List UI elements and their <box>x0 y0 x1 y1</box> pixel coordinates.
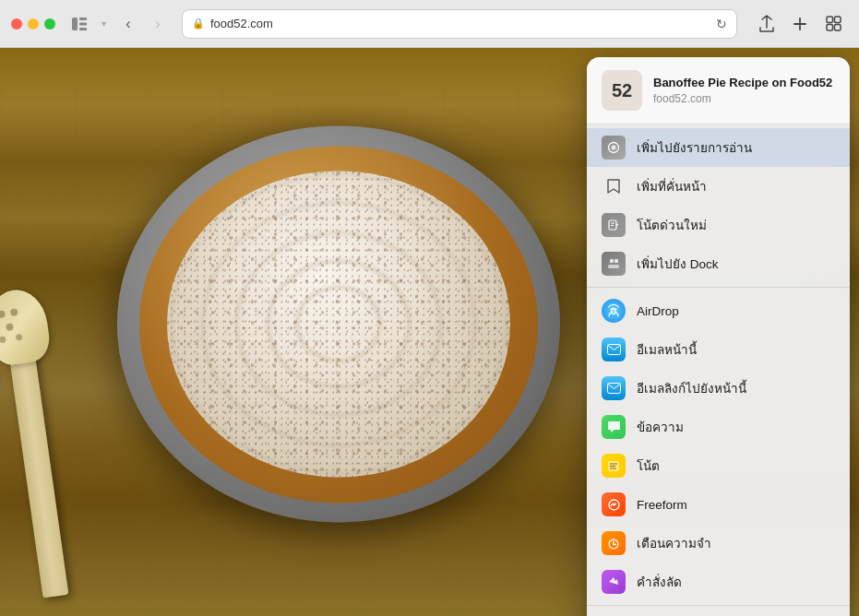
share-button[interactable] <box>752 9 781 39</box>
content-area: 52 Banoffee Pie Recipe on Food52 food52.… <box>0 48 859 616</box>
menu-item-email-page[interactable]: อีเมลหน้านี้ <box>587 330 850 369</box>
svg-rect-3 <box>79 28 87 30</box>
page-image: 52 Banoffee Pie Recipe on Food52 food52.… <box>0 48 859 616</box>
reload-button[interactable]: ↻ <box>716 17 727 31</box>
add-dock-icon <box>602 252 626 276</box>
menu-item-add-dock[interactable]: เพิ่มไปยัง Dock <box>587 244 850 283</box>
forward-button[interactable]: › <box>145 11 171 37</box>
new-tab-button[interactable] <box>785 9 815 39</box>
sidebar-toggle-button[interactable] <box>66 11 92 37</box>
quick-note-label: โน้ตด่วนใหม่ <box>637 215 835 235</box>
menu-item-edit-extensions[interactable]: แก้ไขส่วนขยาย... <box>587 610 850 616</box>
shortcuts-icon <box>602 570 626 594</box>
messages-icon <box>602 415 626 439</box>
svg-point-11 <box>612 146 616 150</box>
notes-label: โน้ต <box>637 456 835 476</box>
email-page-label: อีเมลหน้านี้ <box>637 339 835 360</box>
svg-rect-2 <box>79 22 87 25</box>
lock-icon: 🔒 <box>192 18 205 30</box>
browser-toolbar: ▾ ‹ › 🔒 food52.com ↻ <box>0 0 859 48</box>
svg-rect-1 <box>79 18 87 20</box>
notes-icon <box>602 454 626 478</box>
menu-item-airdrop[interactable]: AirDrop <box>587 291 850 330</box>
svg-rect-17 <box>614 259 618 263</box>
address-bar[interactable]: 🔒 food52.com ↻ <box>182 9 737 39</box>
site-favicon: 52 <box>602 70 642 111</box>
freeform-icon <box>602 492 626 516</box>
menu-divider-2 <box>587 605 850 606</box>
reminders-icon <box>602 531 626 555</box>
menu-item-reading-list[interactable]: เพิ่มไปยังรายการอ่าน <box>587 128 850 167</box>
email-link-icon <box>602 376 626 400</box>
url-text: food52.com <box>210 17 273 30</box>
popup-site-info: Banoffee Pie Recipe on Food52 food52.com <box>653 76 835 106</box>
popup-menu: เพิ่มไปยังรายการอ่าน เพิ่มที่คั่นหน้า <box>587 124 850 616</box>
svg-rect-6 <box>827 17 833 23</box>
quick-note-icon <box>602 213 626 237</box>
popup-header: 52 Banoffee Pie Recipe on Food52 food52.… <box>587 57 850 124</box>
menu-item-email-link[interactable]: อีเมลลิงก์ไปยังหน้านี้ <box>587 369 850 408</box>
toolbar-right <box>752 9 848 39</box>
share-popup: 52 Banoffee Pie Recipe on Food52 food52.… <box>587 57 850 616</box>
maximize-button[interactable] <box>44 18 55 30</box>
messages-label: ข้อความ <box>637 417 835 437</box>
nav-arrows: ‹ › <box>115 11 171 37</box>
reminders-label: เตือนความจำ <box>637 533 835 553</box>
menu-item-freeform[interactable]: Freeform <box>587 485 850 524</box>
tab-overview-button[interactable] <box>818 9 848 39</box>
add-dock-label: เพิ่มไปยัง Dock <box>637 254 835 274</box>
menu-item-messages[interactable]: ข้อความ <box>587 408 850 446</box>
back-button[interactable]: ‹ <box>115 11 141 37</box>
svg-rect-15 <box>608 265 619 268</box>
sidebar-chevron-icon[interactable]: ▾ <box>101 18 106 29</box>
svg-rect-9 <box>834 25 841 31</box>
bookmark-icon <box>602 174 626 198</box>
popup-site-title: Banoffee Pie Recipe on Food52 <box>653 76 835 91</box>
menu-item-quick-note[interactable]: โน้ตด่วนใหม่ <box>587 206 850 244</box>
svg-rect-0 <box>72 18 78 30</box>
menu-item-reminders[interactable]: เตือนความจำ <box>587 524 850 563</box>
bookmark-label: เพิ่มที่คั่นหน้า <box>637 176 835 196</box>
menu-item-notes[interactable]: โน้ต <box>587 446 850 485</box>
svg-rect-16 <box>610 259 614 263</box>
reading-list-label: เพิ่มไปยังรายการอ่าน <box>637 137 835 158</box>
svg-rect-8 <box>827 25 833 31</box>
minimize-button[interactable] <box>28 18 39 30</box>
popup-site-url: food52.com <box>653 92 835 105</box>
svg-point-26 <box>613 503 614 505</box>
airdrop-icon <box>602 299 626 323</box>
freeform-label: Freeform <box>637 498 835 512</box>
reading-list-icon <box>602 136 626 160</box>
traffic-lights <box>11 18 55 30</box>
email-link-label: อีเมลลิงก์ไปยังหน้านี้ <box>637 378 835 398</box>
menu-item-shortcuts[interactable]: คำสั่งลัด <box>587 563 850 601</box>
menu-divider-1 <box>587 287 850 288</box>
menu-item-bookmark[interactable]: เพิ่มที่คั่นหน้า <box>587 167 850 206</box>
airdrop-label: AirDrop <box>637 304 835 318</box>
close-button[interactable] <box>11 18 22 30</box>
shortcuts-label: คำสั่งลัด <box>637 572 835 592</box>
svg-rect-7 <box>834 17 841 23</box>
email-page-icon <box>602 338 626 361</box>
